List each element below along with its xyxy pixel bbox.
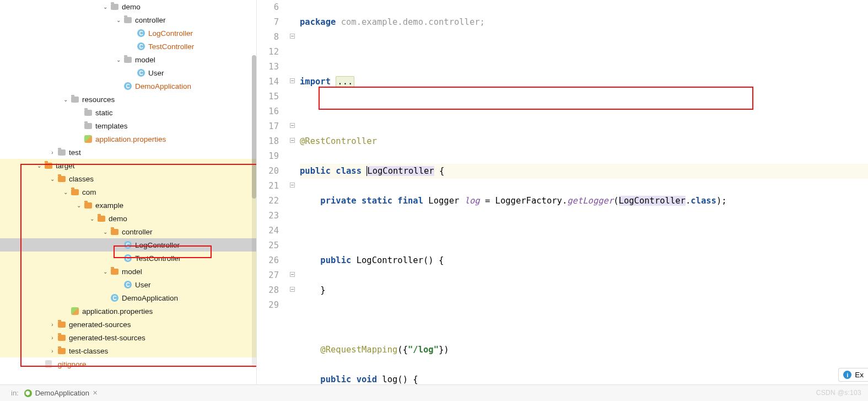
arrow-placeholder bbox=[115, 82, 122, 90]
chevron-right-icon[interactable]: › bbox=[48, 320, 56, 328]
chevron-down-icon[interactable]: ⌄ bbox=[48, 175, 56, 183]
fold-column[interactable] bbox=[289, 0, 296, 384]
right-side-tab[interactable]: i Ex bbox=[838, 368, 868, 382]
tree-item-logcontroller[interactable]: CLogController bbox=[0, 238, 256, 252]
tree-item-label: LogController bbox=[148, 29, 193, 38]
tree-item-templates[interactable]: templates bbox=[0, 119, 256, 132]
chevron-down-icon[interactable]: ⌄ bbox=[35, 162, 43, 169]
line-number: 8 bbox=[257, 30, 279, 45]
code-editor[interactable]: 678121314151617181920212223242526272829 … bbox=[256, 0, 868, 384]
tree-item-target[interactable]: ⌄target bbox=[0, 159, 256, 172]
chevron-right-icon[interactable]: › bbox=[48, 148, 56, 156]
arrow-placeholder bbox=[62, 307, 69, 315]
tree-item-test[interactable]: ›test bbox=[0, 146, 256, 159]
arrow-placeholder bbox=[115, 281, 122, 288]
folder-icon bbox=[110, 227, 119, 236]
tree-item-user[interactable]: CUser bbox=[0, 278, 256, 291]
tree-item-label: model bbox=[135, 56, 155, 64]
tree-item-label: test bbox=[69, 148, 81, 157]
spring-boot-icon: ⬢ bbox=[24, 389, 32, 397]
tree-item-label: application.properties bbox=[82, 307, 153, 316]
keyword: import bbox=[300, 77, 336, 87]
fold-marker-icon[interactable] bbox=[290, 123, 295, 128]
tree-item-demo[interactable]: ⌄demo bbox=[0, 212, 256, 225]
tree-item-com[interactable]: ⌄com bbox=[0, 185, 256, 199]
tree-item-controller[interactable]: ⌄controller bbox=[0, 13, 256, 26]
arrow-placeholder bbox=[115, 241, 122, 249]
tree-item-test-classes[interactable]: ›test-classes bbox=[0, 344, 256, 357]
run-config-name[interactable]: DemoApplication bbox=[35, 389, 89, 397]
keyword: package bbox=[300, 17, 336, 27]
tree-item-application-properties[interactable]: application.properties bbox=[0, 304, 256, 318]
folder-icon bbox=[84, 201, 93, 210]
tree-item-testcontroller[interactable]: CTestController bbox=[0, 252, 256, 265]
right-tab-label: Ex bbox=[855, 371, 864, 379]
chevron-down-icon[interactable]: ⌄ bbox=[101, 268, 109, 275]
tree-item--gitignore[interactable]: .gitignore bbox=[0, 357, 256, 371]
chevron-down-icon[interactable]: ⌄ bbox=[62, 95, 69, 103]
line-number: 28 bbox=[257, 283, 279, 298]
tree-item-generated-test-sources[interactable]: ›generated-test-sources bbox=[0, 331, 256, 344]
tree-item-resources[interactable]: ⌄resources bbox=[0, 93, 256, 106]
code-text: { bbox=[434, 166, 445, 176]
tree-item-logcontroller[interactable]: CLogController bbox=[0, 26, 256, 40]
tree-item-model[interactable]: ⌄model bbox=[0, 265, 256, 278]
line-number: 15 bbox=[257, 89, 279, 104]
tree-item-classes[interactable]: ⌄classes bbox=[0, 172, 256, 185]
chevron-right-icon[interactable]: › bbox=[48, 347, 56, 355]
line-number: 20 bbox=[257, 164, 279, 179]
tree-item-testcontroller[interactable]: CTestController bbox=[0, 40, 256, 53]
tree-item-label: DemoApplication bbox=[122, 294, 178, 302]
chevron-down-icon[interactable]: ⌄ bbox=[115, 56, 122, 63]
tree-item-demoapplication[interactable]: CDemoApplication bbox=[0, 291, 256, 304]
tree-item-label: templates bbox=[95, 122, 128, 130]
fold-marker-icon[interactable] bbox=[290, 34, 295, 39]
properties-icon bbox=[71, 307, 79, 316]
folder-icon bbox=[84, 121, 93, 130]
tree-item-model[interactable]: ⌄model bbox=[0, 53, 256, 66]
fold-marker-icon[interactable] bbox=[290, 78, 295, 83]
line-number: 21 bbox=[257, 179, 279, 194]
folder-icon bbox=[57, 333, 66, 342]
line-number: 27 bbox=[257, 268, 279, 283]
fold-marker-icon[interactable] bbox=[290, 138, 295, 143]
code-area[interactable]: package com.example.demo.controller; imp… bbox=[296, 0, 868, 384]
tree-item-demo[interactable]: ⌄demo bbox=[0, 0, 256, 13]
tree-item-static[interactable]: static bbox=[0, 106, 256, 119]
tree-item-example[interactable]: ⌄example bbox=[0, 199, 256, 212]
run-toolbar: in: ⬢ DemoApplication ✕ bbox=[0, 384, 868, 401]
chevron-down-icon[interactable]: ⌄ bbox=[62, 188, 69, 196]
fold-marker-icon[interactable] bbox=[290, 183, 295, 188]
chevron-down-icon[interactable]: ⌄ bbox=[115, 16, 122, 24]
chevron-right-icon[interactable]: › bbox=[48, 334, 56, 341]
keyword: public class bbox=[300, 166, 366, 176]
chevron-down-icon[interactable]: ⌄ bbox=[88, 215, 96, 222]
tree-item-generated-sources[interactable]: ›generated-sources bbox=[0, 318, 256, 331]
chevron-down-icon[interactable]: ⌄ bbox=[75, 201, 83, 209]
class-ref: LogController bbox=[619, 196, 686, 206]
tree-item-label: classes bbox=[69, 175, 94, 183]
tree-item-controller[interactable]: ⌄controller bbox=[0, 225, 256, 238]
code-text: LogController() { bbox=[351, 255, 444, 265]
arrow-placeholder bbox=[115, 254, 122, 262]
folded-import[interactable]: ... bbox=[336, 76, 354, 87]
tree-item-label: com bbox=[82, 188, 96, 196]
folder-icon bbox=[44, 161, 53, 170]
class-icon: C bbox=[123, 82, 132, 90]
code-text: com.example.demo.controller; bbox=[336, 17, 485, 27]
arrow-placeholder bbox=[128, 29, 136, 37]
chevron-down-icon[interactable]: ⌄ bbox=[101, 228, 109, 236]
close-icon[interactable]: ✕ bbox=[93, 389, 98, 397]
tree-item-demoapplication[interactable]: CDemoApplication bbox=[0, 79, 256, 93]
fold-marker-icon[interactable] bbox=[290, 287, 295, 292]
chevron-down-icon[interactable]: ⌄ bbox=[101, 3, 109, 10]
tree-item-user[interactable]: CUser bbox=[0, 66, 256, 79]
tree-item-label: controller bbox=[122, 228, 153, 236]
code-text: }) bbox=[439, 345, 449, 355]
tree-item-label: generated-sources bbox=[69, 320, 131, 329]
tree-item-application-properties[interactable]: application.properties bbox=[0, 132, 256, 146]
fold-marker-icon[interactable] bbox=[290, 272, 295, 277]
tree-scrollbar[interactable] bbox=[252, 55, 256, 368]
arrow-placeholder bbox=[128, 42, 136, 50]
folder-icon bbox=[71, 188, 79, 196]
